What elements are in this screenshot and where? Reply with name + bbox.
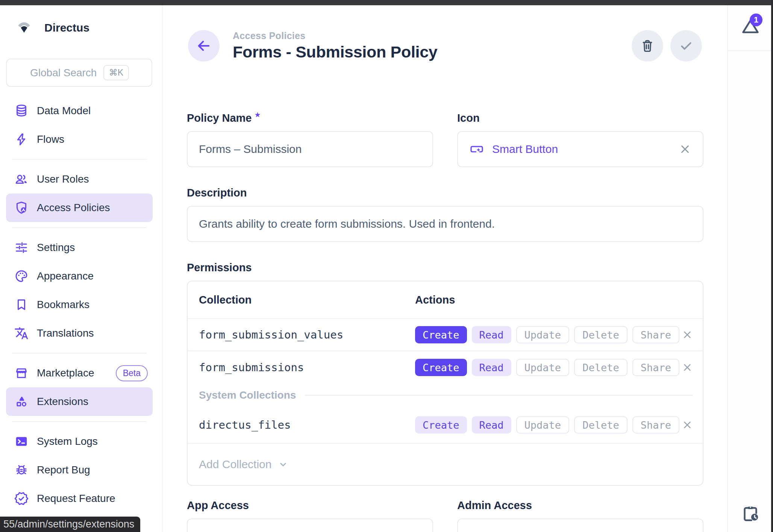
action-chip-create[interactable]: Create bbox=[415, 416, 467, 434]
action-chip-delete[interactable]: Delete bbox=[574, 416, 627, 434]
sidebar-divider bbox=[12, 353, 147, 354]
app-name: Directus bbox=[44, 21, 89, 34]
action-chips: CreateReadUpdateDeleteShare bbox=[415, 359, 679, 376]
policy-name-field-group: Policy Name★ Forms – Submission bbox=[187, 112, 433, 167]
page-header: Access Policies Forms - Submission Polic… bbox=[188, 30, 702, 62]
sidebar-item-marketplace[interactable]: MarketplaceBeta bbox=[6, 359, 153, 387]
notification-badge: 1 bbox=[750, 14, 762, 26]
right-sidebar: 1 bbox=[727, 5, 773, 532]
action-chip-create[interactable]: Create bbox=[415, 359, 467, 376]
admin-access-label: Admin Access bbox=[457, 499, 703, 512]
sidebar-item-label: System Logs bbox=[37, 435, 98, 447]
action-chip-delete[interactable]: Delete bbox=[574, 326, 627, 343]
sidebar-item-label: Request Feature bbox=[37, 493, 115, 505]
directus-logo-icon bbox=[15, 20, 33, 35]
action-chip-delete[interactable]: Delete bbox=[574, 359, 627, 376]
notifications-button[interactable]: 1 bbox=[728, 17, 773, 36]
icon-input[interactable]: Smart Button bbox=[457, 131, 703, 167]
sidebar-item-label: Access Policies bbox=[37, 202, 110, 214]
clear-icon-button[interactable] bbox=[679, 143, 691, 156]
action-chip-read[interactable]: Read bbox=[472, 359, 511, 376]
app-access-group: App Access Enabled bbox=[187, 499, 433, 532]
sidebar-item-bookmarks[interactable]: Bookmarks bbox=[6, 290, 153, 319]
sidebar-item-extensions[interactable]: Extensions bbox=[6, 387, 153, 416]
collection-name: directus_files bbox=[199, 419, 415, 431]
trash-icon bbox=[640, 38, 655, 53]
admin-access-group: Admin Access Enabled bbox=[457, 499, 703, 532]
remove-permission-button[interactable] bbox=[682, 362, 693, 373]
app-access-box: Enabled bbox=[187, 518, 433, 532]
add-collection-button[interactable]: Add Collection bbox=[188, 443, 703, 485]
action-chip-update[interactable]: Update bbox=[516, 326, 570, 343]
window-right-edge bbox=[771, 0, 773, 532]
action-chip-create[interactable]: Create bbox=[415, 326, 467, 343]
sidebar-divider bbox=[12, 227, 147, 228]
collection-name: form_submission_values bbox=[199, 328, 415, 341]
page-title: Forms - Submission Policy bbox=[233, 43, 437, 61]
sidebar-item-system-logs[interactable]: System Logs bbox=[6, 427, 153, 456]
back-button[interactable] bbox=[188, 30, 220, 62]
action-chips: CreateReadUpdateDeleteShare bbox=[415, 416, 679, 434]
chevron-down-icon bbox=[277, 459, 289, 470]
policy-name-label: Policy Name★ bbox=[187, 112, 433, 124]
logo-row[interactable]: Directus bbox=[15, 20, 162, 35]
arrow-left-icon bbox=[196, 38, 212, 54]
sidebar-item-label: Settings bbox=[37, 242, 75, 254]
sidebar-item-label: Flows bbox=[37, 133, 64, 145]
smart-button-icon bbox=[469, 142, 484, 157]
shapes-icon bbox=[14, 394, 29, 409]
users-icon bbox=[14, 172, 29, 186]
permission-row: directus_filesCreateReadUpdateDeleteShar… bbox=[188, 407, 703, 443]
sidebar: Directus Global Search ⌘K Data ModelFlow… bbox=[0, 5, 163, 532]
icon-label: Icon bbox=[457, 112, 703, 124]
policy-name-input[interactable]: Forms – Submission bbox=[187, 131, 433, 167]
delete-button[interactable] bbox=[632, 30, 663, 62]
sidebar-item-label: User Roles bbox=[37, 173, 89, 185]
permissions-section: Permissions Collection Actions form_subm… bbox=[187, 261, 703, 486]
action-chip-update[interactable]: Update bbox=[516, 416, 570, 434]
action-chips: CreateReadUpdateDeleteShare bbox=[415, 326, 679, 343]
breadcrumb[interactable]: Access Policies bbox=[233, 30, 437, 41]
action-chip-share[interactable]: Share bbox=[632, 359, 679, 376]
sidebar-item-label: Marketplace bbox=[37, 367, 94, 379]
sidebar-item-appearance[interactable]: Appearance bbox=[6, 262, 153, 290]
search-shortcut-badge: ⌘K bbox=[103, 65, 129, 80]
activity-button[interactable] bbox=[728, 504, 773, 523]
sidebar-item-label: Appearance bbox=[37, 270, 94, 282]
global-search-input[interactable]: Global Search ⌘K bbox=[6, 59, 152, 87]
remove-permission-button[interactable] bbox=[682, 329, 693, 340]
save-button[interactable] bbox=[670, 30, 702, 62]
action-chip-read[interactable]: Read bbox=[472, 326, 511, 343]
feature-icon bbox=[14, 491, 29, 506]
action-chip-read[interactable]: Read bbox=[472, 416, 511, 434]
search-placeholder: Global Search bbox=[30, 67, 97, 79]
action-chip-update[interactable]: Update bbox=[516, 359, 570, 376]
sidebar-item-data-model[interactable]: Data Model bbox=[6, 97, 153, 125]
sidebar-item-user-roles[interactable]: User Roles bbox=[6, 165, 153, 193]
storefront-icon bbox=[14, 366, 29, 380]
remove-permission-button[interactable] bbox=[682, 419, 693, 431]
system-collections-label: System Collections bbox=[199, 389, 296, 401]
check-icon bbox=[679, 38, 694, 53]
sidebar-item-report-bug[interactable]: Report Bug bbox=[6, 456, 153, 484]
bolt-icon bbox=[14, 132, 29, 147]
action-chip-share[interactable]: Share bbox=[632, 326, 679, 343]
sidebar-divider bbox=[12, 159, 147, 160]
sidebar-item-label: Bookmarks bbox=[37, 299, 89, 311]
permission-row: form_submissionsCreateReadUpdateDeleteSh… bbox=[188, 351, 703, 384]
app-access-label: App Access bbox=[187, 499, 433, 512]
action-chip-share[interactable]: Share bbox=[632, 416, 679, 434]
sidebar-item-label: Data Model bbox=[37, 105, 91, 117]
shield-user-icon bbox=[14, 201, 29, 215]
sidebar-item-settings[interactable]: Settings bbox=[6, 233, 153, 262]
icon-field-group: Icon Smart Button bbox=[457, 112, 703, 167]
sidebar-item-flows[interactable]: Flows bbox=[6, 125, 153, 154]
description-label: Description bbox=[187, 187, 703, 199]
sidebar-item-label: Report Bug bbox=[37, 464, 90, 476]
permissions-label: Permissions bbox=[187, 261, 703, 274]
description-input[interactable]: Grants ability to create form submission… bbox=[187, 206, 703, 242]
sidebar-item-request-feature[interactable]: Request Feature bbox=[6, 484, 153, 513]
sidebar-item-access-policies[interactable]: Access Policies bbox=[6, 193, 153, 222]
sidebar-item-translations[interactable]: Translations bbox=[6, 319, 153, 348]
status-url-tooltip: 55/admin/settings/extensions bbox=[0, 517, 140, 532]
